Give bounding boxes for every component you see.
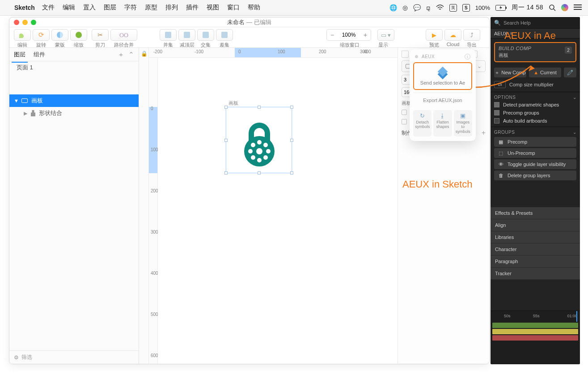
caret-right-icon[interactable]: ▶ [24, 111, 27, 116]
tab-components[interactable]: 组件 [34, 51, 45, 59]
toolbar: ⟳ 编辑 旋转 蒙版 缩放 ✂ ୦୦ 剪刀 路径合并 [9, 27, 489, 48]
artboard-icon [21, 98, 28, 103]
palette-paragraph[interactable]: Paragraph [491, 256, 580, 268]
palette-character[interactable]: Character [491, 243, 580, 256]
cloud-button[interactable]: ☁ [444, 29, 461, 41]
status-s-icon[interactable]: S [462, 4, 470, 12]
build-comp-box[interactable]: BUILD COMP 画板 2 [494, 42, 576, 62]
popover-close-icon[interactable] [415, 55, 418, 58]
filter-bar[interactable]: ⚙ 筛选 [9, 350, 139, 364]
menu-window[interactable]: 窗口 [227, 4, 240, 12]
tool-flatten[interactable]: ୦୦ [110, 29, 137, 41]
menubar-clock[interactable]: 周一 14 58 [512, 4, 543, 12]
group-unprecomp-button[interactable]: ⬚Un-Precomp [494, 148, 576, 158]
menu-plugins[interactable]: 插件 [186, 4, 199, 12]
siri-icon[interactable] [561, 4, 568, 11]
detach-symbols-button[interactable]: ↻ Detachsymbols [413, 110, 431, 136]
palette-libraries[interactable]: Libraries [491, 231, 580, 243]
info-icon[interactable]: i [465, 54, 470, 60]
tool-mask-label: 蒙版 [51, 42, 68, 48]
spotlight-icon[interactable] [549, 4, 556, 11]
menu-text[interactable]: 字符 [124, 4, 137, 12]
view-dropdown[interactable]: ▭ ▾ [377, 29, 394, 41]
chevron-down-icon[interactable]: ⌄ [573, 130, 577, 135]
lock-graphic [226, 107, 292, 174]
track-2[interactable] [492, 329, 578, 334]
palette-tracker[interactable]: Tracker [491, 268, 580, 280]
group-toggle-guide-button[interactable]: 👁Toggle guide layer visibility [494, 159, 576, 169]
group-precomp-button[interactable]: ▦Precomp [494, 137, 576, 147]
zoom-out[interactable]: − [327, 31, 338, 38]
menu-file[interactable]: 文件 [42, 4, 55, 12]
opt-autobuild[interactable]: Auto build artboards [491, 117, 580, 125]
export-json-button[interactable]: Export AEUX.json [413, 93, 472, 107]
status-globe-icon[interactable]: 🌐 [389, 4, 397, 11]
flatten-shapes-button[interactable]: ⭳ Flattenshapes [433, 110, 452, 136]
add-export-icon[interactable]: + [482, 129, 486, 137]
artboard-shape[interactable] [226, 107, 292, 173]
preview-button[interactable]: ▶ [426, 29, 443, 41]
group-delete-button[interactable]: 🗑Delete group layers [494, 170, 576, 180]
attach-button[interactable]: 🧷 [564, 68, 576, 77]
options-heading: OPTIONS [494, 95, 516, 100]
menu-view[interactable]: 视图 [207, 4, 219, 12]
menu-arrange[interactable]: 排列 [165, 4, 178, 12]
status-input-icon[interactable]: 英 [449, 4, 457, 12]
bool-union[interactable] [160, 29, 177, 41]
tool-flatten-label: 路径合并 [110, 42, 137, 48]
artboard-row[interactable]: ▼ 画板 [9, 94, 139, 107]
track-1[interactable] [492, 323, 578, 328]
tool-rotate[interactable]: ⟳ [33, 29, 50, 41]
ruler-lock-icon[interactable]: 🔒 [141, 51, 148, 57]
app-name[interactable]: Sketch [14, 4, 35, 11]
status-cc-icon[interactable]: ◎ [402, 4, 408, 11]
images-to-symbols-button[interactable]: ▣ Images tosymbols [454, 110, 472, 136]
horizontal-ruler[interactable]: -200 -100 0 100 200 300 400 [149, 48, 398, 58]
ae-tab-aeux[interactable]: AEUX≡ [491, 29, 580, 38]
bool-difference[interactable] [216, 29, 233, 41]
add-page-icon[interactable]: + [119, 51, 123, 58]
current-button[interactable]: ▲Current [529, 68, 561, 77]
tool-edit[interactable] [14, 29, 31, 41]
bool-intersect[interactable] [197, 29, 214, 41]
ae-timeline[interactable]: 50s 55s 01:00 [491, 311, 580, 364]
opt-detect[interactable]: Detect parametric shapes [491, 101, 580, 109]
tool-scale[interactable] [70, 29, 87, 41]
ae-search[interactable]: 🔍 Search Help [491, 17, 580, 29]
canvas[interactable]: 画板 [158, 58, 398, 364]
menu-help[interactable]: 帮助 [248, 4, 260, 12]
svg-point-10 [257, 158, 262, 162]
page-row[interactable]: 页面 1 [9, 61, 139, 74]
collapse-icon[interactable]: ⌃ [128, 51, 134, 59]
status-wifi-icon[interactable] [436, 4, 444, 11]
menu-layer[interactable]: 图层 [104, 4, 116, 12]
zoom-in[interactable]: + [360, 31, 371, 38]
panel-menu-icon[interactable]: ≡ [510, 31, 513, 36]
vertical-ruler[interactable]: 0 100 200 300 400 500 600 [149, 58, 158, 364]
chevron-down-icon[interactable]: ⌄ [573, 95, 577, 100]
tab-layers[interactable]: 图层 [14, 51, 25, 59]
menu-prototype[interactable]: 原型 [145, 4, 157, 12]
notifications-icon[interactable] [574, 4, 582, 11]
send-to-ae-button[interactable]: Send selection to Ae [413, 62, 472, 90]
palette-effects[interactable]: Effects & Presets [491, 207, 580, 219]
opt-precomp[interactable]: Precomp groups [491, 109, 580, 117]
canvas-artboard-label[interactable]: 画板 [228, 100, 238, 107]
tool-mask[interactable] [51, 29, 68, 41]
export-button[interactable]: ⤴ [463, 29, 480, 41]
new-comp-button[interactable]: ＋New Comp [494, 68, 526, 77]
multiplier-badge[interactable]: 1x [494, 81, 506, 88]
track-3[interactable] [492, 335, 578, 341]
window-controls[interactable] [14, 20, 36, 25]
status-wechat-icon[interactable]: 💬 [413, 4, 421, 11]
status-bluetooth-icon[interactable]: ⚼ [426, 4, 431, 12]
bool-subtract[interactable] [178, 29, 195, 41]
zoom-control[interactable]: − 100% + [326, 29, 371, 41]
menu-edit[interactable]: 编辑 [63, 4, 75, 12]
palette-align[interactable]: Align [491, 219, 580, 231]
menu-insert[interactable]: 置入 [83, 4, 96, 12]
tool-scissors[interactable]: ✂ [92, 29, 109, 41]
playhead[interactable] [576, 311, 577, 322]
shape-row[interactable]: ▶ 形状结合 [9, 107, 139, 119]
caret-down-icon[interactable]: ▼ [14, 98, 19, 103]
